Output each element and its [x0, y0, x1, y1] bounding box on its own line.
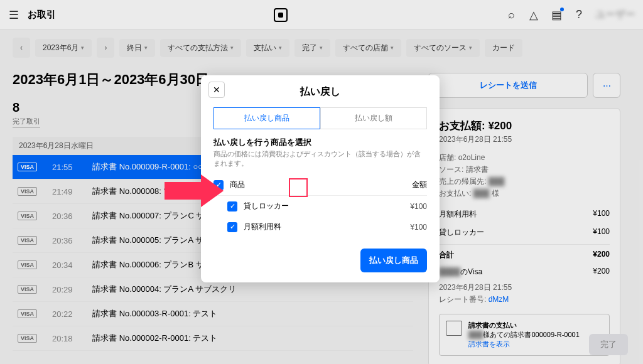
- modal-title: 払い戻し: [213, 85, 427, 99]
- close-icon[interactable]: ✕: [208, 82, 225, 98]
- col-amount: 金額: [412, 179, 427, 190]
- item-amount: ¥100: [410, 202, 427, 211]
- item-label: 月額利用料: [244, 222, 281, 232]
- tab-refund-items[interactable]: 払い戻し商品: [213, 107, 320, 129]
- item-checkbox[interactable]: ✓: [227, 201, 237, 211]
- modal-section-title: 払い戻しを行う商品を選択: [213, 137, 427, 148]
- select-all-checkbox[interactable]: ✓: [213, 180, 224, 190]
- col-item: 商品: [230, 179, 245, 190]
- refund-modal: ✕ 払い戻し 払い戻し商品 払い戻し額 払い戻しを行う商品を選択 商品の価格には…: [201, 75, 440, 282]
- modal-section-sub: 商品の価格には消費税およびディスカウント（該当する場合）が含まれます。: [213, 149, 427, 168]
- item-amount: ¥100: [410, 223, 427, 232]
- item-checkbox[interactable]: ✓: [227, 222, 237, 232]
- refund-submit-button[interactable]: 払い戻し商品: [360, 249, 427, 272]
- item-label: 貸しロッカー: [244, 201, 289, 211]
- tab-refund-amount[interactable]: 払い戻し額: [320, 107, 427, 129]
